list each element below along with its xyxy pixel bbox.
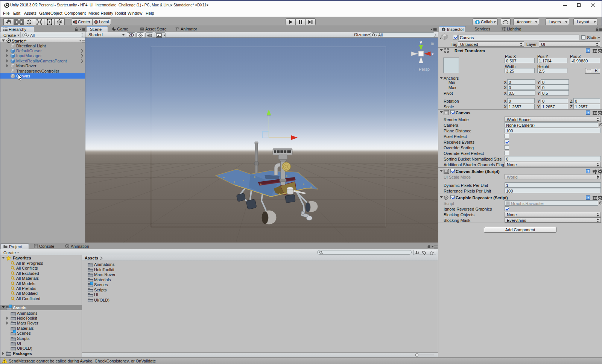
svg-text:x: x <box>432 52 434 56</box>
svg-text:i: i <box>443 28 445 31</box>
svg-text:y: y <box>420 40 423 44</box>
